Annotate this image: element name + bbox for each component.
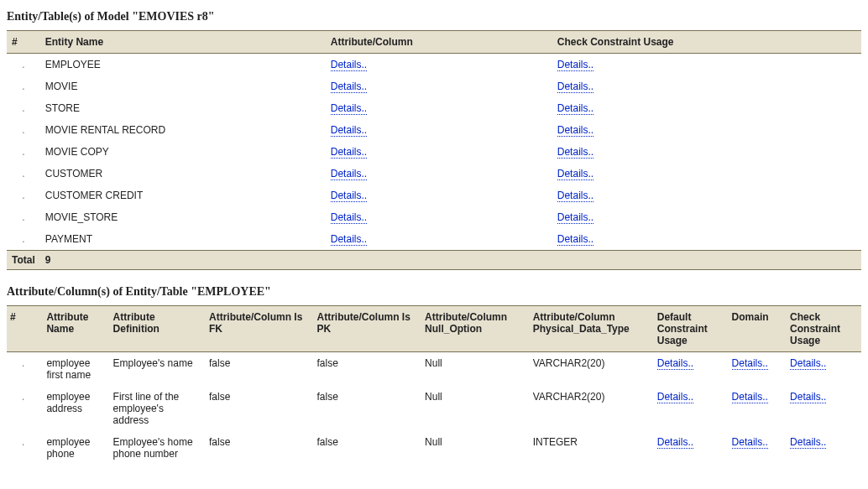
details-link-check[interactable]: Details.. (790, 357, 826, 370)
row-bullet: . (7, 163, 40, 185)
attr-null: Null (421, 431, 530, 465)
attr-pk: false (314, 386, 422, 431)
entity-name: PAYMENT (40, 228, 326, 251)
attr-def: Employee's home phone number (110, 431, 206, 465)
attr-name: employee phone (43, 431, 109, 465)
details-link-check[interactable]: Details.. (557, 190, 593, 202)
entity-name: STORE (40, 97, 326, 119)
col-entity-name: Entity Name (40, 31, 326, 54)
col-attr-def: Attribute Definition (110, 306, 206, 352)
col-domain: Domain (729, 306, 787, 352)
entity-name: MOVIE COPY (40, 141, 326, 163)
row-bullet: . (7, 228, 40, 251)
attr-type: INTEGER (530, 431, 654, 465)
entity-name: CUSTOMER CREDIT (40, 185, 326, 206)
table-row: .MOVIEDetails..Details.. (7, 75, 861, 97)
row-bullet: . (7, 185, 40, 206)
attr-name: employee address (43, 386, 109, 431)
attr-def: First line of the employee's address (110, 386, 206, 431)
col-num: # (7, 306, 43, 352)
details-link-attr[interactable]: Details.. (331, 59, 367, 71)
details-link-attr[interactable]: Details.. (331, 211, 367, 224)
row-bullet: . (7, 352, 43, 387)
col-check-constraint: Check Constraint Usage (787, 306, 861, 352)
details-link-default[interactable]: Details.. (657, 391, 693, 403)
col-is-pk: Attribute/Column Is PK (314, 306, 422, 352)
table-row: .CUSTOMER CREDITDetails..Details.. (7, 185, 861, 206)
row-bullet: . (7, 119, 40, 141)
details-link-check[interactable]: Details.. (557, 233, 593, 246)
details-link-check[interactable]: Details.. (557, 81, 593, 93)
details-link-check[interactable]: Details.. (790, 436, 826, 449)
row-bullet: . (7, 141, 40, 163)
table-row: .employee first nameEmployee's namefalse… (7, 352, 861, 387)
row-bullet: . (7, 431, 43, 465)
attr-fk: false (206, 386, 314, 431)
entity-name: MOVIE_STORE (40, 206, 326, 228)
attribute-table: # Attribute Name Attribute Definition At… (7, 305, 861, 465)
entity-name: MOVIE (40, 75, 326, 97)
row-bullet: . (7, 75, 40, 97)
table-row: .employee phoneEmployee's home phone num… (7, 431, 861, 465)
col-attribute-column: Attribute/Column (326, 31, 552, 54)
details-link-check[interactable]: Details.. (557, 59, 593, 71)
table-row: .MOVIE COPYDetails..Details.. (7, 141, 861, 163)
details-link-domain[interactable]: Details.. (732, 436, 768, 449)
attr-pk: false (314, 431, 422, 465)
col-is-fk: Attribute/Column Is FK (206, 306, 314, 352)
table-row: .EMPLOYEEDetails..Details.. (7, 54, 861, 76)
entity-name: CUSTOMER (40, 163, 326, 185)
details-link-domain[interactable]: Details.. (732, 391, 768, 403)
details-link-check[interactable]: Details.. (557, 102, 593, 115)
row-bullet: . (7, 97, 40, 119)
table-row: .CUSTOMERDetails..Details.. (7, 163, 861, 185)
details-link-attr[interactable]: Details.. (331, 233, 367, 246)
details-link-check[interactable]: Details.. (557, 168, 593, 180)
details-link-check[interactable]: Details.. (557, 211, 593, 224)
entity-name: MOVIE RENTAL RECORD (40, 119, 326, 141)
details-link-attr[interactable]: Details.. (331, 146, 367, 159)
entity-table: # Entity Name Attribute/Column Check Con… (7, 30, 861, 270)
attr-fk: false (206, 352, 314, 387)
details-link-check[interactable]: Details.. (557, 146, 593, 159)
details-link-check[interactable]: Details.. (557, 124, 593, 137)
col-default-constraint: Default Constraint Usage (654, 306, 729, 352)
details-link-attr[interactable]: Details.. (331, 124, 367, 137)
col-check-constraint: Check Constraint Usage (552, 31, 861, 54)
details-link-check[interactable]: Details.. (790, 391, 826, 403)
attr-type: VARCHAR2(20) (530, 386, 654, 431)
row-bullet: . (7, 386, 43, 431)
details-link-attr[interactable]: Details.. (331, 168, 367, 180)
table-row: .PAYMENTDetails..Details.. (7, 228, 861, 251)
details-link-default[interactable]: Details.. (657, 436, 693, 449)
attr-fk: false (206, 431, 314, 465)
attr-type: VARCHAR2(20) (530, 352, 654, 387)
col-num: # (7, 31, 40, 54)
details-link-attr[interactable]: Details.. (331, 81, 367, 93)
table-row: .employee addressFirst line of the emplo… (7, 386, 861, 431)
row-bullet: . (7, 206, 40, 228)
table-row: .MOVIE RENTAL RECORDDetails..Details.. (7, 119, 861, 141)
col-null-option: Attribute/Column Null_Option (421, 306, 530, 352)
details-link-attr[interactable]: Details.. (331, 102, 367, 115)
details-link-default[interactable]: Details.. (657, 357, 693, 370)
col-data-type: Attribute/Column Physical_Data_Type (530, 306, 654, 352)
col-attr-name: Attribute Name (43, 306, 109, 352)
attr-null: Null (421, 352, 530, 387)
table-row: .MOVIE_STOREDetails..Details.. (7, 206, 861, 228)
attr-null: Null (421, 386, 530, 431)
attr-pk: false (314, 352, 422, 387)
section2-title: Attribute/Column(s) of Entity/Table "EMP… (7, 285, 861, 299)
section1-title: Entity/Table(s) of Model "EMOVIES r8" (7, 10, 861, 23)
total-label: Total (7, 251, 40, 270)
details-link-domain[interactable]: Details.. (732, 357, 768, 370)
details-link-attr[interactable]: Details.. (331, 190, 367, 202)
table-row: .STOREDetails..Details.. (7, 97, 861, 119)
attr-name: employee first name (43, 352, 109, 387)
row-bullet: . (7, 54, 40, 76)
entity-name: EMPLOYEE (40, 54, 326, 76)
total-value: 9 (40, 251, 326, 270)
attr-def: Employee's name (110, 352, 206, 387)
